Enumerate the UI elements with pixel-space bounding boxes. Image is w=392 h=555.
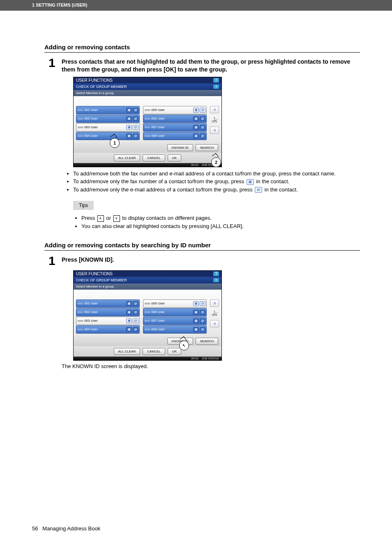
contact-item[interactable]: 0003003 User▦@ [76, 317, 140, 325]
help-icon[interactable]: ? [213, 85, 219, 89]
mail-icon[interactable]: @ [133, 108, 138, 113]
panel-time: 09:42 [191, 357, 198, 360]
callout-2: 2 [211, 157, 221, 167]
panel-title: USER FUNCTIONS [76, 272, 113, 276]
tip-item: You can also clear all highlighted conta… [81, 222, 360, 230]
bullet-item: To add/remove only the fax number of a c… [73, 177, 360, 186]
page-up-button[interactable]: ∧ [210, 106, 219, 113]
fax-icon[interactable]: ▦ [193, 318, 199, 323]
step-instruction-1: Press contacts that are not highlighted … [62, 57, 360, 74]
mail-icon[interactable]: @ [133, 310, 138, 315]
mail-icon[interactable]: @ [133, 327, 138, 332]
fax-icon[interactable]: ▦ [126, 125, 132, 130]
device-panel-1: USER FUNCTIONS ? CHECK OF GROUP MEMBER ?… [73, 77, 222, 167]
fax-icon[interactable]: ▦ [193, 327, 199, 332]
contact-item[interactable]: 0007007 User▦@ [143, 123, 207, 131]
section-heading-2: Adding or removing contacts by searching… [44, 242, 360, 251]
mail-icon[interactable]: @ [133, 318, 138, 323]
all-clear-button[interactable]: ALL CLEAR [114, 348, 141, 355]
fax-icon[interactable]: ▦ [126, 116, 132, 121]
bullet-list-1: To add/remove both the fax number and e-… [66, 170, 360, 194]
page-down-button[interactable]: ∨ [210, 127, 219, 134]
contact-item[interactable]: 0007007 User▦@ [143, 317, 207, 325]
known-id-button[interactable]: KNOWN ID [167, 144, 193, 151]
job-status-button[interactable]: JOB STATUS [202, 357, 219, 360]
search-button[interactable]: SEARCH [196, 144, 218, 151]
bullet-item: To add/remove only the e-mail address of… [73, 186, 360, 194]
ok-button[interactable]: OK [168, 154, 182, 161]
tip-item: Press ∧ or ∨ to display contacts on diff… [81, 214, 360, 222]
mail-icon[interactable]: @ [200, 327, 205, 332]
panel-subtitle: CHECK OF GROUP MEMBER [76, 85, 127, 89]
callout-cursor: ↖ [179, 341, 189, 350]
contact-item[interactable]: 0004004 User▦@ [76, 325, 140, 334]
fax-icon: ▦ [247, 179, 254, 185]
contact-item[interactable]: 0003003 User▦@ [76, 123, 140, 131]
result-text: The KNOWN ID screen is displayed. [62, 363, 360, 369]
cancel-button[interactable]: CANCEL [143, 154, 165, 161]
help-icon[interactable]: ? [213, 272, 219, 276]
panel-time: 09:42 [191, 164, 198, 166]
contact-item[interactable]: 0005005 User▦@ [143, 106, 207, 114]
contact-item[interactable]: 0008008 User▦@ [143, 132, 207, 140]
all-clear-button[interactable]: ALL CLEAR [114, 154, 141, 161]
page-down-button[interactable]: ∨ [210, 320, 219, 327]
contact-item[interactable]: 0008008 User▦@ [143, 325, 207, 334]
page-counter: 1375 [210, 114, 219, 126]
mail-icon[interactable]: @ [133, 116, 138, 121]
mail-icon[interactable]: @ [200, 116, 205, 121]
fax-icon[interactable]: ▦ [193, 134, 199, 138]
mail-icon: @ [255, 187, 262, 193]
contact-item[interactable]: 0005005 User▦@ [143, 299, 207, 308]
contact-item[interactable]: 0006006 User▦@ [143, 115, 207, 123]
fax-icon[interactable]: ▦ [126, 108, 132, 113]
contact-item[interactable]: 0002002 User▦@ [76, 308, 140, 316]
mail-icon[interactable]: @ [133, 301, 138, 306]
fax-icon[interactable]: ▦ [126, 310, 132, 315]
contact-item[interactable]: 0001001 User▦@ [76, 299, 140, 308]
mail-icon[interactable]: @ [200, 310, 205, 315]
contact-item[interactable]: 0004004 User▦@ [76, 132, 140, 140]
mail-icon[interactable]: @ [200, 301, 205, 306]
tips-list: Press ∧ or ∨ to display contacts on diff… [74, 214, 360, 230]
fax-icon[interactable]: ▦ [126, 318, 132, 323]
mail-icon[interactable]: @ [133, 134, 138, 138]
panel-instruction: Select Member in a group. [74, 283, 221, 290]
contact-item[interactable]: 0002002 User▦@ [76, 115, 140, 123]
fax-icon[interactable]: ▦ [193, 116, 199, 121]
cancel-button[interactable]: CANCEL [143, 348, 165, 355]
mail-icon[interactable]: @ [200, 318, 205, 323]
fax-icon[interactable]: ▦ [126, 327, 132, 332]
step-number-1: 1 [48, 57, 62, 69]
fax-icon[interactable]: ▦ [193, 301, 199, 306]
step-number-2: 1 [48, 255, 62, 267]
contact-item[interactable]: 0006006 User▦@ [143, 308, 207, 316]
mail-icon[interactable]: @ [200, 125, 205, 130]
section-heading-1: Adding or removing contacts [44, 44, 360, 53]
fax-icon[interactable]: ▦ [193, 125, 199, 130]
panel-instruction: Select Member in a group. [74, 90, 221, 96]
fax-icon[interactable]: ▦ [193, 310, 199, 315]
page-footer: 56 Managing Address Book [0, 525, 392, 540]
fax-icon[interactable]: ▦ [193, 108, 199, 113]
mail-icon[interactable]: @ [133, 125, 138, 130]
fax-icon[interactable]: ▦ [126, 301, 132, 306]
down-arrow-icon: ∨ [113, 215, 120, 222]
contact-item[interactable]: 0001001 User▦@ [76, 106, 140, 114]
panel-title: USER FUNCTIONS [76, 78, 113, 83]
help-icon[interactable]: ? [213, 278, 219, 282]
tips-label: Tips [73, 201, 94, 210]
ok-button[interactable]: OK [168, 348, 182, 355]
page-up-button[interactable]: ∧ [210, 299, 219, 307]
device-panel-2: USER FUNCTIONS ? CHECK OF GROUP MEMBER ?… [73, 270, 222, 361]
mail-icon[interactable]: @ [200, 134, 205, 138]
mail-icon[interactable]: @ [200, 108, 205, 113]
up-arrow-icon: ∧ [97, 215, 104, 222]
chapter-banner: 1 SETTING ITEMS (USER) [0, 0, 392, 11]
fax-icon[interactable]: ▦ [126, 134, 132, 138]
help-icon[interactable]: ? [213, 78, 219, 83]
panel-subtitle: CHECK OF GROUP MEMBER [76, 278, 127, 282]
callout-1: 1 [110, 138, 120, 148]
search-button[interactable]: SEARCH [196, 338, 218, 345]
step-instruction-2: Press [KNOWN ID]. [62, 255, 114, 264]
